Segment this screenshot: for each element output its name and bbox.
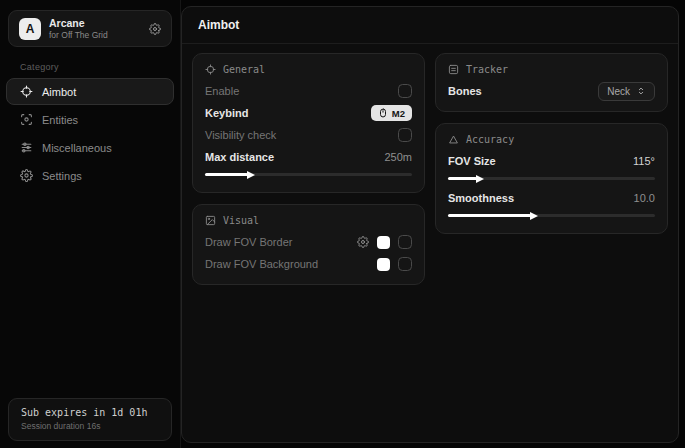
keybind-button[interactable]: M2 xyxy=(371,105,412,121)
fov-size-value: 115° xyxy=(633,155,655,167)
logo-card: A Arcane for Off The Grid xyxy=(8,10,172,47)
tracker-panel: Tracker Bones Neck xyxy=(435,53,668,112)
keybind-label: Keybind xyxy=(205,107,248,119)
sidebar-item-settings[interactable]: Settings xyxy=(6,162,174,189)
sidebar-item-label: Settings xyxy=(42,170,82,182)
tracker-icon xyxy=(448,64,459,75)
enable-row: Enable xyxy=(205,80,412,102)
visibility-check-label: Visibility check xyxy=(205,129,276,141)
gear-icon xyxy=(20,169,33,182)
general-panel: General Enable Keybind M2 V xyxy=(192,53,425,193)
smoothness-slider[interactable] xyxy=(448,214,655,217)
sidebar-item-miscellaneous[interactable]: Miscellaneous xyxy=(6,134,174,161)
draw-fov-background-label: Draw FOV Background xyxy=(205,258,318,270)
app-name: Arcane xyxy=(49,17,108,29)
sidebar-item-label: Aimbot xyxy=(42,86,76,98)
category-label: Category xyxy=(20,62,180,72)
panel-title: Tracker xyxy=(466,64,508,75)
draw-fov-border-row: Draw FOV Border xyxy=(205,231,412,253)
page-title: Aimbot xyxy=(198,18,239,32)
main-panel: Aimbot General Enable xyxy=(181,6,679,443)
right-column: Tracker Bones Neck xyxy=(435,53,668,234)
enable-label: Enable xyxy=(205,85,239,97)
sidebar-nav: Aimbot Entities Miscellaneous Settings xyxy=(0,78,180,189)
sliders-icon xyxy=(20,141,33,154)
max-distance-label: Max distance xyxy=(205,151,274,163)
panel-title: Visual xyxy=(223,215,259,226)
app-logo: A xyxy=(19,18,41,40)
sidebar-item-aimbot[interactable]: Aimbot xyxy=(6,78,174,105)
keybind-row: Keybind M2 xyxy=(205,102,412,124)
enable-checkbox[interactable] xyxy=(398,84,412,98)
panel-title: General xyxy=(223,64,265,75)
bones-select[interactable]: Neck xyxy=(598,82,655,101)
crosshair-icon xyxy=(205,64,216,75)
app-window: A Arcane for Off The Grid Category Aimbo… xyxy=(0,0,685,448)
max-distance-value: 250m xyxy=(384,151,412,163)
triangle-icon xyxy=(448,134,459,145)
sub-expires-text: Sub expires in 1d 01h xyxy=(21,407,159,418)
fov-size-slider[interactable] xyxy=(448,177,655,180)
crosshair-icon xyxy=(20,85,33,98)
left-column: General Enable Keybind M2 V xyxy=(192,53,425,285)
smoothness-row: Smoothness 10.0 xyxy=(448,187,655,209)
image-icon xyxy=(205,215,216,226)
main-header: Aimbot xyxy=(182,7,678,44)
bones-label: Bones xyxy=(448,85,482,97)
slider-thumb[interactable] xyxy=(530,212,538,220)
smoothness-label: Smoothness xyxy=(448,192,514,204)
sidebar: A Arcane for Off The Grid Category Aimbo… xyxy=(0,0,181,448)
subscription-card: Sub expires in 1d 01h Session duration 1… xyxy=(8,398,172,441)
max-distance-row: Max distance 250m xyxy=(205,146,412,168)
smoothness-value: 10.0 xyxy=(634,192,655,204)
panel-title: Accuracy xyxy=(466,134,514,145)
fov-border-color-swatch[interactable] xyxy=(377,236,390,249)
sidebar-item-entities[interactable]: Entities xyxy=(6,106,174,133)
visual-panel: Visual Draw FOV Border Draw xyxy=(192,204,425,285)
mouse-icon xyxy=(378,108,388,118)
keybind-value: M2 xyxy=(392,108,405,119)
slider-thumb[interactable] xyxy=(247,171,255,179)
max-distance-slider[interactable] xyxy=(205,173,412,176)
chevron-up-down-icon xyxy=(636,86,646,96)
fov-background-color-swatch[interactable] xyxy=(377,258,390,271)
sidebar-gear-icon[interactable] xyxy=(149,23,161,35)
accuracy-panel: Accuracy FOV Size 115° Smoothness 10.0 xyxy=(435,123,668,234)
app-subtitle: for Off The Grid xyxy=(49,30,108,40)
fov-border-gear-icon[interactable] xyxy=(357,236,369,248)
draw-fov-background-row: Draw FOV Background xyxy=(205,253,412,275)
fov-size-label: FOV Size xyxy=(448,155,496,167)
visibility-check-checkbox[interactable] xyxy=(398,128,412,142)
draw-fov-border-checkbox[interactable] xyxy=(398,235,412,249)
sidebar-item-label: Miscellaneous xyxy=(42,142,112,154)
scan-icon xyxy=(20,113,33,126)
main-content: General Enable Keybind M2 V xyxy=(182,44,678,294)
session-duration-text: Session duration 16s xyxy=(21,421,159,431)
slider-thumb[interactable] xyxy=(476,175,484,183)
draw-fov-background-checkbox[interactable] xyxy=(398,257,412,271)
sidebar-item-label: Entities xyxy=(42,114,78,126)
fov-size-row: FOV Size 115° xyxy=(448,150,655,172)
visibility-check-row: Visibility check xyxy=(205,124,412,146)
bones-row: Bones Neck xyxy=(448,80,655,102)
draw-fov-border-label: Draw FOV Border xyxy=(205,236,292,248)
bones-selected-value: Neck xyxy=(607,86,630,97)
